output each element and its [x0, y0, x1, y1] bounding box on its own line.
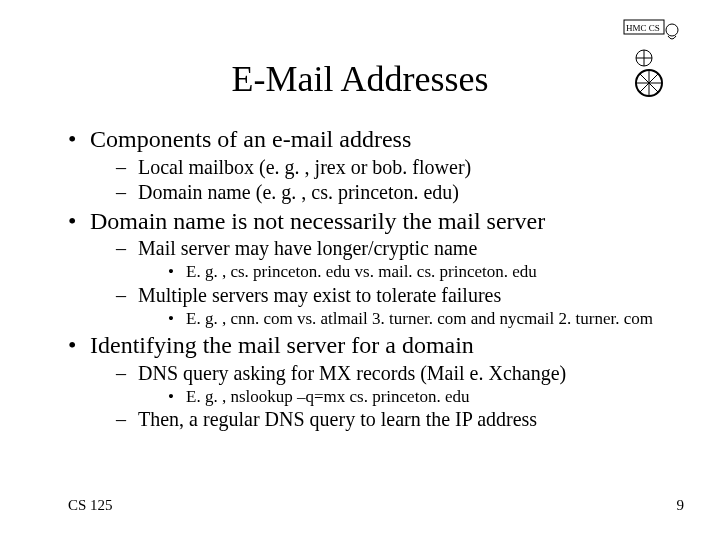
bullet-text: Domain name (e. g. , cs. princeton. edu): [138, 181, 459, 203]
bullet-l3: E. g. , cs. princeton. edu vs. mail. cs.…: [168, 262, 680, 282]
bullet-l2: Mail server may have longer/cryptic name…: [116, 237, 680, 282]
bullet-text: Local mailbox (e. g. , jrex or bob. flow…: [138, 156, 471, 178]
bullet-text: Components of an e-mail address: [90, 126, 411, 152]
bullet-l1: Domain name is not necessarily the mail …: [68, 208, 680, 329]
bullet-text: DNS query asking for MX records (Mail e.…: [138, 362, 566, 384]
svg-point-2: [666, 24, 678, 36]
bullet-l2: Domain name (e. g. , cs. princeton. edu): [116, 181, 680, 204]
svg-text:HMC  CS: HMC CS: [626, 23, 660, 33]
bullet-l2: Multiple servers may exist to tolerate f…: [116, 284, 680, 329]
footer-course: CS 125: [68, 497, 113, 514]
bullet-l2: Local mailbox (e. g. , jrex or bob. flow…: [116, 156, 680, 179]
footer-page-number: 9: [677, 497, 685, 514]
bullet-text: Multiple servers may exist to tolerate f…: [138, 284, 501, 306]
bullet-text: Domain name is not necessarily the mail …: [90, 208, 545, 234]
bullet-l1: Identifying the mail server for a domain…: [68, 332, 680, 431]
bullet-text: E. g. , cs. princeton. edu vs. mail. cs.…: [186, 262, 537, 281]
bullet-text: Identifying the mail server for a domain: [90, 332, 474, 358]
bullet-l3: E. g. , nslookup –q=mx cs. princeton. ed…: [168, 387, 680, 407]
bullet-l1: Components of an e-mail address Local ma…: [68, 126, 680, 204]
slide-title: E-Mail Addresses: [0, 58, 720, 100]
bullet-l2: Then, a regular DNS query to learn the I…: [116, 408, 680, 431]
bullet-text: Mail server may have longer/cryptic name: [138, 237, 477, 259]
bullet-l3: E. g. , cnn. com vs. atlmail 3. turner. …: [168, 309, 680, 329]
bullet-text: E. g. , nslookup –q=mx cs. princeton. ed…: [186, 387, 469, 406]
slide: HMC CS E-Mail Addresses Components of an…: [0, 0, 720, 540]
bullet-l2: DNS query asking for MX records (Mail e.…: [116, 362, 680, 407]
bullet-text: Then, a regular DNS query to learn the I…: [138, 408, 537, 430]
slide-content: Components of an e-mail address Local ma…: [68, 126, 680, 435]
bullet-text: E. g. , cnn. com vs. atlmail 3. turner. …: [186, 309, 653, 328]
